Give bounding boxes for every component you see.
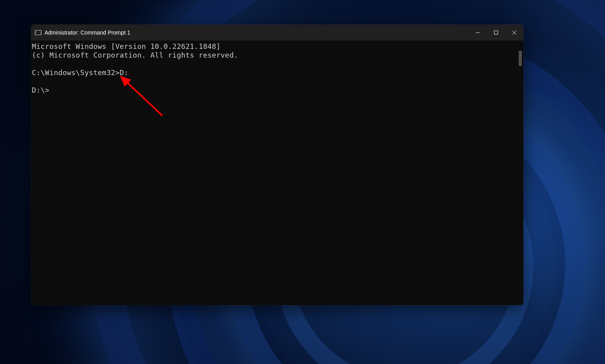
terminal-output: Microsoft Windows [Version 10.0.22621.18… (32, 42, 517, 304)
minimize-button[interactable] (469, 25, 487, 41)
svg-text:C:\: C:\ (36, 31, 41, 34)
command-prompt-window: C:\ Administrator: Command Prompt 1 Micr… (31, 25, 523, 305)
terminal-icon: C:\ (35, 29, 41, 36)
titlebar[interactable]: C:\ Administrator: Command Prompt 1 (31, 25, 523, 41)
scrollbar[interactable] (517, 42, 523, 304)
close-button[interactable] (505, 25, 523, 41)
scroll-thumb[interactable] (519, 51, 522, 66)
terminal-body[interactable]: Microsoft Windows [Version 10.0.22621.18… (31, 41, 523, 305)
svg-rect-3 (494, 31, 498, 35)
maximize-button[interactable] (487, 25, 505, 41)
window-title: Administrator: Command Prompt 1 (45, 29, 130, 36)
window-controls (469, 25, 523, 41)
